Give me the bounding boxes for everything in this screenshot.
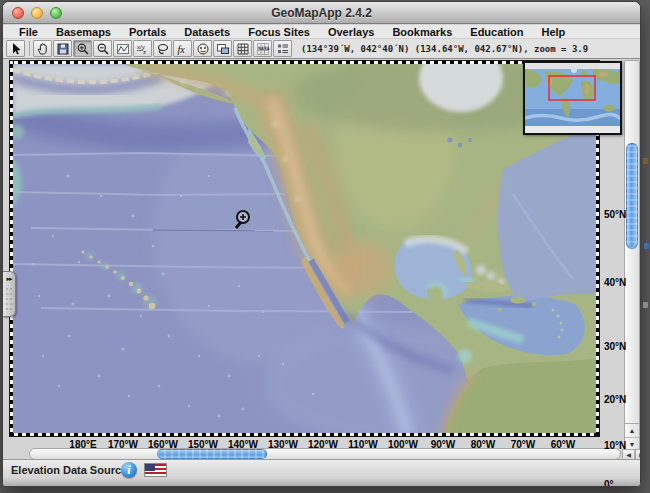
menu-datasets[interactable]: Datasets [175,25,239,39]
function-fx-icon: fx [176,42,190,56]
app-window: GeoMapApp 2.4.2 File Basemaps Portals Da… [2,1,641,487]
menubar: File Basemaps Portals Datasets Focus Sit… [3,25,640,39]
profile-tool-button[interactable] [113,40,132,57]
vertical-scrollbar[interactable]: ▲ ▼ [624,60,640,450]
focus-face-icon [196,42,210,56]
close-button[interactable] [12,7,24,19]
menu-portals[interactable]: Portals [120,25,175,39]
save-icon [56,42,70,56]
function-fx-button[interactable]: fx [173,40,192,57]
grid-button[interactable] [233,40,252,57]
menu-file[interactable]: File [10,25,47,39]
map-panel[interactable] [9,60,600,437]
zoom-in-button[interactable] [73,40,92,57]
panel-expand-tab[interactable]: ▸▸ [3,271,16,317]
grid-icon [236,42,250,56]
pan-hand-icon [36,42,50,56]
map-tick-border-left [10,61,13,436]
us-flag-icon[interactable] [144,463,167,477]
zoom-window-button[interactable] [50,7,62,19]
profile-tool-icon [116,42,130,56]
coordinate-readout: (134°39´W, 042°40´N) (134.64°W, 042.67°N… [301,44,588,54]
menu-education[interactable]: Education [461,25,532,39]
minimize-button[interactable] [31,7,43,19]
lat-label: 0° [604,479,614,487]
select-arrow-button[interactable] [6,40,25,57]
lat-label: 20°N [604,394,626,405]
menu-focus-sites[interactable]: Focus Sites [239,25,319,39]
save-button[interactable] [53,40,72,57]
contour-xyz-icon: x/yz [136,42,150,56]
toolbar-separator [29,41,30,56]
select-arrow-icon [9,42,23,56]
lat-label: 50°N [604,209,626,220]
status-label: Elevation Data Sources [11,460,133,480]
info-icon[interactable]: i [121,462,137,478]
map-tick-border-top [10,61,599,64]
lasso-icon [156,42,170,56]
double-right-arrow-icon: ▸▸ [3,272,15,286]
statusbar: Elevation Data Sources i [3,459,640,479]
window-bottom-frame [3,479,640,486]
svg-text:z: z [143,49,146,55]
map-image[interactable] [13,64,598,435]
lat-label: 10°N [604,440,626,451]
desktop-speck [643,302,648,308]
wms-grid-button[interactable]: NASA [253,40,272,57]
menu-help[interactable]: Help [532,25,574,39]
overlay-window-button[interactable] [213,40,232,57]
lasso-button[interactable] [153,40,172,57]
map-workspace: 50°N 40°N 30°N 20°N 10°N 0° 180°E 170°W … [3,58,640,459]
toolbar: x/yz fx NASA (134°39´W, 042°40´N) (134.6… [3,39,640,58]
titlebar[interactable]: GeoMapApp 2.4.2 [3,2,640,24]
menu-basemaps[interactable]: Basemaps [47,25,120,39]
overview-inset-map[interactable] [523,61,622,135]
lat-label: 40°N [604,277,626,288]
desktop-speck [643,158,648,164]
focus-face-button[interactable] [193,40,212,57]
vertical-scrollbar-thumb[interactable] [626,143,638,249]
overlay-window-icon [216,42,230,56]
scroll-up-arrow[interactable]: ▲ [625,424,639,437]
desktop-speck [644,243,649,249]
zoom-out-button[interactable] [93,40,112,57]
svg-text:NASA: NASA [258,46,269,51]
window-title: GeoMapApp 2.4.2 [3,2,640,24]
menu-bookmarks[interactable]: Bookmarks [383,25,461,39]
overview-world-image [525,63,620,133]
layers-list-button[interactable] [273,40,292,57]
menu-overlays[interactable]: Overlays [319,25,383,39]
grip-texture [5,287,13,313]
zoom-cursor-icon [232,208,254,230]
map-tick-border-bottom [10,433,599,436]
wms-grid-icon: NASA [256,42,270,56]
svg-text:fx: fx [177,44,185,55]
layers-list-icon [276,42,290,56]
horizontal-scrollbar-thumb[interactable] [157,449,267,459]
zoom-in-icon [76,42,90,56]
lat-label: 30°N [604,341,626,352]
contour-xyz-button[interactable]: x/yz [133,40,152,57]
pan-hand-button[interactable] [33,40,52,57]
zoom-out-icon [96,42,110,56]
